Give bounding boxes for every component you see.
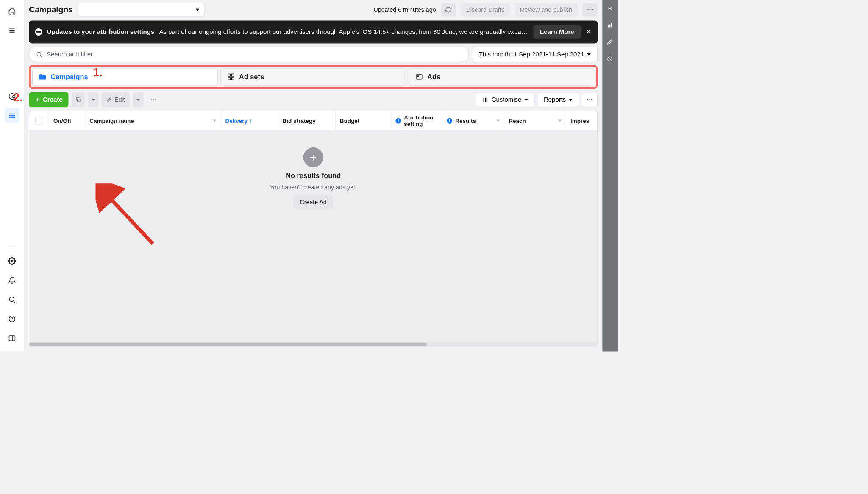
- history-icon[interactable]: [604, 54, 615, 65]
- empty-subtitle: You haven't created any ads yet.: [270, 184, 356, 191]
- column-attribution[interactable]: iAttribution setting: [391, 111, 442, 130]
- column-bid[interactable]: Bid strategy: [278, 111, 336, 130]
- svg-rect-18: [231, 78, 234, 80]
- folder-icon: [39, 73, 46, 80]
- header: Campaigns Updated 6 minutes ago Discard …: [24, 0, 602, 19]
- column-results[interactable]: iResults: [442, 111, 504, 130]
- search-input[interactable]: Search and filter: [29, 47, 469, 62]
- columns-icon: [482, 97, 488, 103]
- tabs-container: 1. Campaigns Ad sets Ads: [29, 65, 598, 89]
- close-panel-icon[interactable]: [604, 3, 615, 14]
- home-icon[interactable]: [5, 4, 19, 18]
- chevron-down-icon: [569, 99, 573, 101]
- horizontal-scrollbar[interactable]: [29, 342, 597, 346]
- grid-icon: [227, 73, 234, 80]
- create-ad-button[interactable]: Create Ad: [293, 195, 334, 209]
- select-all-checkbox[interactable]: [29, 111, 49, 130]
- create-button[interactable]: Create: [29, 92, 68, 108]
- edit-dropdown[interactable]: [133, 92, 144, 108]
- date-range-selector[interactable]: This month: 1 Sep 2021-11 Sep 2021: [472, 47, 598, 62]
- campaigns-nav-icon[interactable]: [5, 108, 19, 123]
- edit-button[interactable]: Edit: [102, 92, 130, 108]
- chevron-down-icon: [195, 8, 199, 11]
- svg-point-30: [591, 99, 593, 100]
- svg-rect-17: [228, 78, 230, 80]
- ad-icon: [415, 73, 423, 80]
- svg-point-24: [155, 99, 156, 100]
- panel-icon[interactable]: [5, 331, 19, 345]
- review-publish-button[interactable]: Review and publish: [515, 3, 578, 16]
- svg-rect-5: [9, 117, 10, 118]
- svg-rect-20: [417, 75, 419, 77]
- left-nav-rail: [0, 0, 24, 351]
- tab-ads[interactable]: Ads: [409, 68, 594, 85]
- svg-rect-15: [228, 74, 230, 76]
- column-name[interactable]: Campaign name: [85, 111, 221, 130]
- empty-state: + No results found You haven't created a…: [29, 130, 597, 342]
- page-title: Campaigns: [29, 5, 73, 14]
- svg-rect-16: [231, 74, 234, 76]
- discard-drafts-button[interactable]: Discard Drafts: [461, 3, 510, 16]
- svg-rect-2: [11, 114, 15, 114]
- more-button[interactable]: [582, 3, 598, 16]
- svg-rect-10: [9, 336, 15, 341]
- annotation-1: 1.: [93, 66, 103, 79]
- column-impressions[interactable]: Impres: [566, 111, 597, 130]
- more-reports-button[interactable]: [582, 92, 598, 108]
- more-toolbar-button[interactable]: [147, 92, 161, 108]
- menu-icon[interactable]: [5, 23, 19, 37]
- svg-rect-1: [9, 114, 10, 114]
- svg-rect-26: [485, 98, 486, 102]
- svg-rect-34: [609, 24, 610, 27]
- duplicate-button[interactable]: [72, 92, 85, 108]
- svg-point-14: [37, 52, 41, 56]
- svg-point-13: [591, 9, 593, 10]
- updated-timestamp: Updated 6 minutes ago: [373, 6, 436, 13]
- account-selector[interactable]: [78, 3, 204, 16]
- duplicate-dropdown[interactable]: [88, 92, 99, 108]
- svg-rect-27: [487, 98, 487, 102]
- notifications-icon[interactable]: [5, 273, 19, 288]
- column-delivery[interactable]: Delivery↑: [221, 111, 278, 130]
- column-reach[interactable]: Reach: [504, 111, 566, 130]
- svg-rect-4: [11, 115, 15, 116]
- svg-point-28: [587, 99, 589, 100]
- column-onoff: On/Off: [49, 111, 85, 130]
- search-icon: [36, 51, 43, 58]
- chevron-down-icon: [587, 53, 591, 56]
- banner-text: As part of our ongoing efforts to suppor…: [159, 28, 529, 36]
- svg-rect-35: [611, 23, 612, 27]
- learn-more-button[interactable]: Learn More: [533, 25, 581, 39]
- tab-adsets[interactable]: Ad sets: [221, 68, 406, 85]
- svg-rect-25: [484, 98, 484, 102]
- edit-panel-icon[interactable]: [604, 37, 615, 48]
- svg-point-22: [151, 99, 152, 100]
- notification-banner: Updates to your attribution settings As …: [29, 20, 598, 43]
- plus-icon: [35, 97, 41, 103]
- svg-rect-33: [608, 25, 609, 28]
- settings-icon[interactable]: [5, 254, 19, 268]
- toolbar: 2. Create Edit Customise Reports: [24, 89, 602, 111]
- annotation-2: 2.: [13, 91, 23, 104]
- column-budget[interactable]: Budget: [336, 111, 392, 130]
- data-table: On/Off Campaign name Delivery↑ Bid strat…: [29, 111, 598, 347]
- svg-rect-3: [9, 115, 10, 116]
- customise-button[interactable]: Customise: [476, 92, 534, 108]
- svg-point-7: [11, 260, 13, 262]
- tab-campaigns[interactable]: Campaigns: [32, 68, 217, 85]
- search-nav-icon[interactable]: [5, 292, 19, 307]
- chart-icon[interactable]: [604, 20, 615, 31]
- svg-point-23: [153, 99, 154, 100]
- right-rail: [602, 0, 618, 351]
- svg-point-8: [9, 297, 14, 302]
- empty-title: No results found: [286, 172, 341, 180]
- svg-point-29: [589, 99, 590, 100]
- svg-rect-6: [11, 117, 15, 118]
- help-icon[interactable]: [5, 312, 19, 326]
- minus-circle-icon: [35, 28, 42, 36]
- empty-plus-button[interactable]: +: [303, 147, 323, 167]
- refresh-button[interactable]: [441, 3, 456, 16]
- info-icon: i: [395, 118, 401, 124]
- reports-button[interactable]: Reports: [537, 92, 579, 108]
- close-banner-button[interactable]: [586, 28, 592, 36]
